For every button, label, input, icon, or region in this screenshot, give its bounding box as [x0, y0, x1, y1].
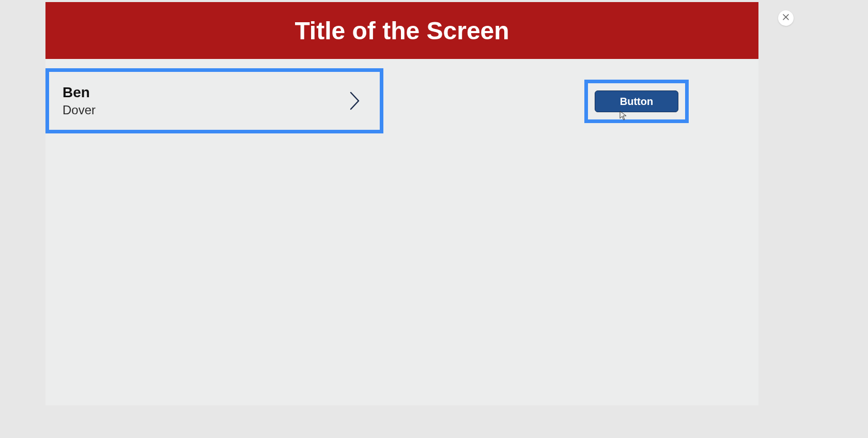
- list-item-primary: Ben: [63, 84, 96, 101]
- list-item-text: Ben Dover: [63, 84, 96, 117]
- screen-title: Title of the Screen: [295, 17, 509, 45]
- button-highlight-box: Button: [584, 80, 689, 123]
- list-item[interactable]: Ben Dover: [45, 68, 383, 133]
- primary-button[interactable]: Button: [595, 90, 678, 112]
- header-bar: Title of the Screen: [45, 2, 758, 59]
- list-item-secondary: Dover: [63, 103, 96, 117]
- main-panel: Title of the Screen Ben Dover Button: [45, 2, 758, 405]
- chevron-right-icon: [349, 90, 361, 111]
- close-button[interactable]: [778, 10, 794, 26]
- close-icon: [782, 13, 789, 23]
- primary-button-label: Button: [620, 96, 653, 108]
